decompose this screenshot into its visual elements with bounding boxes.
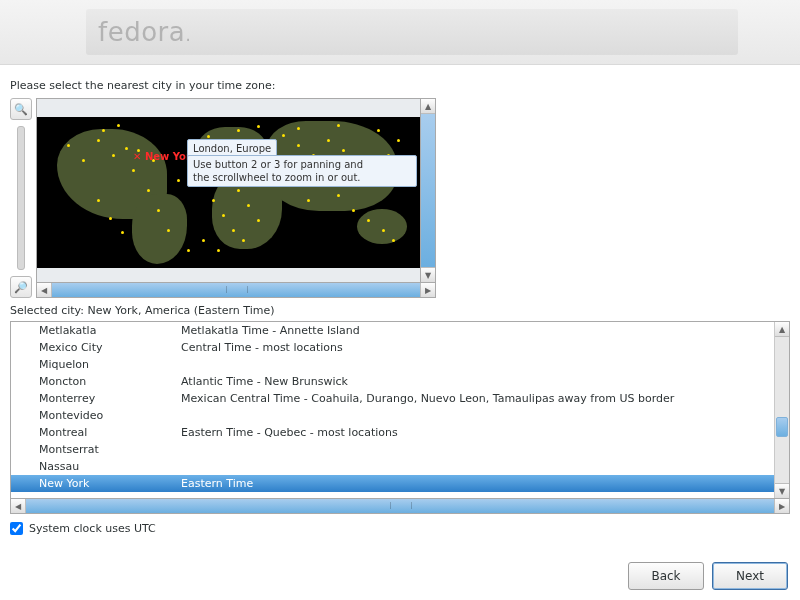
zoom-out-button[interactable]: 🔎 xyxy=(10,276,32,298)
map-tooltip: Use button 2 or 3 for panning and the sc… xyxy=(187,155,417,187)
instruction-label: Please select the nearest city in your t… xyxy=(10,79,790,92)
city-name: Montserrat xyxy=(39,443,181,456)
list-item[interactable]: Miquelon xyxy=(11,356,774,373)
city-name: Miquelon xyxy=(39,358,181,371)
scroll-right-icon[interactable]: ▶ xyxy=(420,283,435,297)
list-item[interactable]: Montevideo xyxy=(11,407,774,424)
map-tooltip-line2: the scrollwheel to zoom in or out. xyxy=(193,171,411,184)
list-item[interactable]: Montserrat xyxy=(11,441,774,458)
city-name: Mexico City xyxy=(39,341,181,354)
selected-city-label: Selected city: New York, America (Easter… xyxy=(10,304,790,317)
banner-inner: fedora. xyxy=(86,9,738,55)
city-desc: Central Time - most locations xyxy=(181,341,774,354)
city-name: Montreal xyxy=(39,426,181,439)
map-vscroll[interactable]: ▲ ▼ xyxy=(421,98,436,283)
city-desc: Atlantic Time - New Brunswick xyxy=(181,375,774,388)
zoom-slider[interactable] xyxy=(17,126,25,270)
back-button[interactable]: Back xyxy=(628,562,704,590)
list-item[interactable]: Mexico CityCentral Time - most locations xyxy=(11,339,774,356)
footer-buttons: Back Next xyxy=(628,562,788,590)
map-hscroll[interactable]: ◀ ▶ xyxy=(36,283,436,298)
banner: fedora. xyxy=(0,0,800,65)
scroll-down-icon[interactable]: ▼ xyxy=(421,267,435,282)
city-desc: Eastern Time xyxy=(181,477,774,490)
list-item[interactable]: MetlakatlaMetlakatla Time - Annette Isla… xyxy=(11,322,774,339)
world-map[interactable]: ✕ New York London, Europe Use button 2 o… xyxy=(36,98,421,283)
map-vscroll-track[interactable] xyxy=(421,114,435,267)
list-item[interactable]: New YorkEastern Time xyxy=(11,475,774,492)
map-tooltip-line1: Use button 2 or 3 for panning and xyxy=(193,158,411,171)
utc-checkbox[interactable] xyxy=(10,522,23,535)
map-hscroll-track[interactable] xyxy=(52,283,420,297)
list-vscroll-thumb[interactable] xyxy=(776,417,788,437)
zoom-bar: 🔍 🔎 xyxy=(10,98,32,298)
city-name: Metlakatla xyxy=(39,324,181,337)
city-desc: Mexican Central Time - Coahuila, Durango… xyxy=(181,392,774,405)
utc-label: System clock uses UTC xyxy=(29,522,156,535)
zoom-in-button[interactable]: 🔍 xyxy=(10,98,32,120)
list-item[interactable]: MontrealEastern Time - Quebec - most loc… xyxy=(11,424,774,441)
list-item[interactable]: MonctonAtlantic Time - New Brunswick xyxy=(11,373,774,390)
scroll-right-icon[interactable]: ▶ xyxy=(774,499,789,513)
utc-checkbox-row[interactable]: System clock uses UTC xyxy=(10,522,790,535)
city-desc: Metlakatla Time - Annette Island xyxy=(181,324,774,337)
logo-text: fedora. xyxy=(98,17,191,47)
city-list: MetlakatlaMetlakatla Time - Annette Isla… xyxy=(10,321,790,499)
magnify-minus-icon: 🔎 xyxy=(14,281,28,294)
city-name: New York xyxy=(39,477,181,490)
city-list-body[interactable]: MetlakatlaMetlakatla Time - Annette Isla… xyxy=(11,322,774,498)
city-name: Montevideo xyxy=(39,409,181,422)
scroll-left-icon[interactable]: ◀ xyxy=(37,283,52,297)
list-vscroll[interactable]: ▲ ▼ xyxy=(774,322,789,498)
next-button[interactable]: Next xyxy=(712,562,788,590)
list-vscroll-track[interactable] xyxy=(775,337,789,483)
scroll-up-icon[interactable]: ▲ xyxy=(421,99,435,114)
city-name: Nassau xyxy=(39,460,181,473)
scroll-down-icon[interactable]: ▼ xyxy=(775,483,789,498)
list-item[interactable]: Nassau xyxy=(11,458,774,475)
list-item[interactable]: MonterreyMexican Central Time - Coahuila… xyxy=(11,390,774,407)
city-name: Monterrey xyxy=(39,392,181,405)
city-name: Moncton xyxy=(39,375,181,388)
list-hscroll-track[interactable] xyxy=(26,499,774,513)
list-hscroll[interactable]: ◀ ▶ xyxy=(10,499,790,514)
city-desc: Eastern Time - Quebec - most locations xyxy=(181,426,774,439)
map-frame: ✕ New York London, Europe Use button 2 o… xyxy=(36,98,436,298)
scroll-left-icon[interactable]: ◀ xyxy=(11,499,26,513)
scroll-up-icon[interactable]: ▲ xyxy=(775,322,789,337)
map-area: 🔍 🔎 ✕ New York xyxy=(10,98,790,298)
magnify-plus-icon: 🔍 xyxy=(14,103,28,116)
